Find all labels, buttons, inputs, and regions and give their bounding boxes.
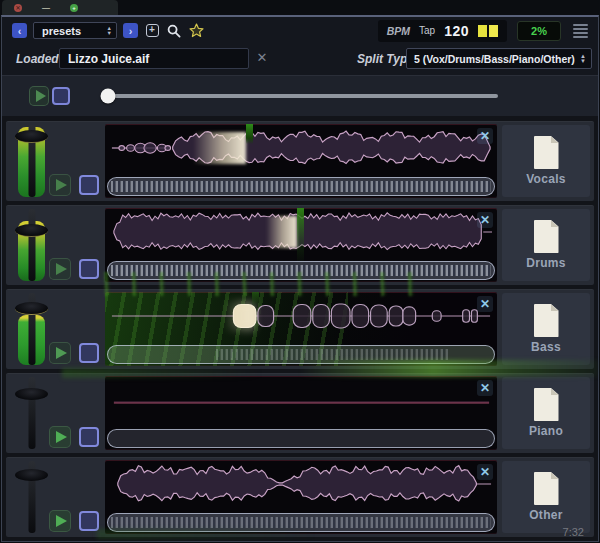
stem-label: Bass [531,340,561,354]
fader-knob[interactable] [15,130,48,143]
window-title-tab: ✕ — + [2,0,118,15]
stem-panel-piano[interactable]: Piano [502,377,590,449]
file-icon [534,220,559,253]
menu-button[interactable] [573,24,588,38]
stem-panel-bass[interactable]: Bass [502,293,590,365]
clear-file-button[interactable]: ✕ [254,50,270,66]
progress-readout: 2% [517,21,561,41]
drums-volume-fader[interactable] [18,209,45,281]
search-icon [167,24,181,38]
loaded-filename[interactable]: Lizzo Juice.aif [59,48,249,69]
drums-play-button[interactable] [49,258,71,280]
play-icon [56,179,67,191]
fader-knob[interactable] [15,302,48,315]
add-preset-icon: + [146,24,159,37]
vocals-waveform-display[interactable]: ✕ [105,124,497,198]
track-row-drums: ✕ Drums [6,205,594,285]
stem-panel-vocals[interactable]: Vocals [502,125,590,197]
file-icon [534,304,559,337]
preset-select[interactable]: presets ▲▼ [33,22,117,39]
bass-play-button[interactable] [49,342,71,364]
search-button[interactable] [166,23,182,39]
fader-knob[interactable] [15,388,48,400]
waveform [108,210,494,254]
file-icon [534,388,559,421]
preset-prev-button[interactable]: ‹ [12,23,27,38]
other-volume-fader[interactable] [18,461,45,533]
drums-waveform-display[interactable]: ✕ [105,208,497,282]
split-type-select[interactable]: 5 (Vox/Drums/Bass/Piano/Other) ▲▼ [406,48,592,69]
play-icon [56,515,67,527]
stem-label: Other [529,508,563,522]
video-timestamp: 7:32 [563,526,584,538]
close-track-button[interactable]: ✕ [477,464,493,480]
bpm-label: BPM [387,25,410,37]
fader-knob[interactable] [15,224,48,237]
waveform [108,126,494,170]
close-track-button[interactable]: ✕ [477,128,493,144]
overview-strip[interactable] [107,513,495,532]
waveform [108,378,494,422]
other-waveform-display[interactable]: ✕ [105,460,497,534]
stem-label: Piano [529,424,563,438]
preset-next-button[interactable]: › [123,23,138,38]
piano-waveform-display[interactable]: ✕ [105,376,497,450]
seek-slider-knob[interactable] [101,89,116,104]
overview-strip[interactable] [107,177,495,196]
fader-knob[interactable] [15,469,48,481]
toolbar: ‹ presets ▲▼ › + BPM Tap 120 [2,17,598,44]
seek-slider[interactable] [102,94,498,98]
file-icon [534,136,559,169]
stem-panel-other[interactable]: Other [502,461,590,533]
vocals-volume-fader[interactable] [18,125,45,197]
vocals-stop-button[interactable] [79,175,99,195]
file-fold [551,220,559,227]
track-row-bass: ✕ Bass [6,289,594,369]
master-stop-button[interactable] [52,87,70,105]
window-zoom-icon[interactable]: + [70,4,78,12]
master-play-button[interactable] [29,86,49,106]
vocals-play-button[interactable] [49,174,71,196]
favorite-button[interactable] [188,23,204,39]
loaded-label: Loaded [16,52,59,66]
piano-stop-button[interactable] [79,427,99,447]
overview-strip[interactable] [107,261,495,280]
track-row-piano: ✕ Piano [6,373,594,453]
beat-square-2 [489,25,498,37]
tap-tempo-button[interactable]: Tap [419,25,435,36]
file-icon [534,472,559,505]
play-icon [56,263,67,275]
bass-stop-button[interactable] [79,343,99,363]
bpm-cluster: BPM Tap 120 [378,20,507,42]
overview-strip[interactable] [107,429,495,448]
plugin-window: ‹ presets ▲▼ › + BPM Tap 120 [1,15,599,542]
other-play-button[interactable] [49,510,71,532]
bpm-value[interactable]: 120 [444,23,469,39]
piano-play-button[interactable] [49,426,71,448]
fader-track [28,209,35,281]
bass-waveform-display[interactable]: ✕ [105,292,497,366]
drums-stop-button[interactable] [79,259,99,279]
close-track-button[interactable]: ✕ [477,296,493,312]
bass-volume-fader[interactable] [18,293,45,365]
waveform [108,294,494,338]
preset-stepper-icon: ▲▼ [107,26,112,35]
split-type-value: 5 (Vox/Drums/Bass/Piano/Other) [414,53,577,65]
close-track-button[interactable]: ✕ [477,212,493,228]
track-row-vocals: ✕ Vocals [6,121,594,201]
overview-strip[interactable] [107,345,495,364]
window-minimize-icon[interactable]: — [42,4,50,12]
track-row-other: ✕ Other [6,457,594,537]
file-fold [551,136,559,143]
stem-panel-drums[interactable]: Drums [502,209,590,281]
other-stop-button[interactable] [79,511,99,531]
window-close-icon[interactable]: ✕ [14,4,22,12]
beat-indicator [478,25,498,37]
save-preset-button[interactable]: + [144,23,160,39]
file-fold [551,304,559,311]
preset-select-value: presets [42,25,104,37]
tracks-area: ✕ Vocals ✕ Dru [2,116,598,541]
piano-volume-fader[interactable] [18,377,45,449]
play-icon [56,431,67,443]
close-track-button[interactable]: ✕ [477,380,493,396]
